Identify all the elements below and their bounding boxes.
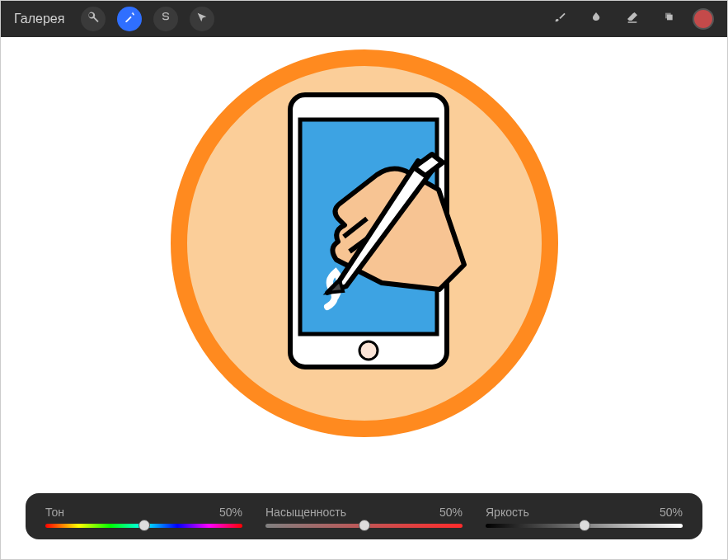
hsb-panel: Тон 50% Насыщенность 50% Яркость 50% xyxy=(26,493,702,539)
hue-slider-thumb[interactable] xyxy=(139,520,150,531)
saturation-label: Насыщенность xyxy=(265,506,346,519)
hue-slider-group: Тон 50% xyxy=(45,506,242,528)
saturation-slider-thumb[interactable] xyxy=(359,520,370,531)
toolbar-right-group xyxy=(547,7,714,31)
smudge-icon xyxy=(589,11,603,27)
eraser-button[interactable] xyxy=(620,7,645,31)
brightness-slider-thumb[interactable] xyxy=(579,520,590,531)
magic-wand-icon xyxy=(123,11,136,27)
brightness-label: Яркость xyxy=(486,506,529,519)
wrench-icon xyxy=(87,11,100,27)
hue-label: Тон xyxy=(45,506,64,519)
canvas[interactable]: Тон 50% Насыщенность 50% Яркость 50% xyxy=(1,37,727,559)
hue-value: 50% xyxy=(219,506,242,519)
saturation-slider-group: Насыщенность 50% xyxy=(265,506,463,528)
brightness-slider[interactable] xyxy=(486,524,683,528)
brightness-value: 50% xyxy=(660,506,683,519)
smudge-button[interactable] xyxy=(584,7,608,31)
selection-s-icon xyxy=(159,11,172,27)
selection-button[interactable] xyxy=(153,7,178,31)
saturation-value: 50% xyxy=(439,506,463,519)
brush-icon xyxy=(553,11,566,27)
adjustments-button[interactable] xyxy=(117,7,142,31)
artwork-illustration xyxy=(167,45,562,441)
eraser-icon xyxy=(626,11,639,27)
toolbar-left-group: Галерея xyxy=(14,7,214,31)
color-picker-button[interactable] xyxy=(693,8,714,30)
layers-icon xyxy=(662,11,675,27)
svg-point-4 xyxy=(359,341,378,360)
cursor-arrow-icon xyxy=(195,11,209,27)
transform-button[interactable] xyxy=(190,7,214,31)
hue-slider[interactable] xyxy=(45,524,242,528)
saturation-slider[interactable] xyxy=(265,524,463,528)
gallery-button[interactable]: Галерея xyxy=(14,12,64,26)
brush-button[interactable] xyxy=(547,7,572,31)
layers-button[interactable] xyxy=(656,7,681,31)
actions-button[interactable] xyxy=(81,7,106,31)
top-toolbar: Галерея xyxy=(1,1,727,37)
brightness-slider-group: Яркость 50% xyxy=(486,506,683,528)
